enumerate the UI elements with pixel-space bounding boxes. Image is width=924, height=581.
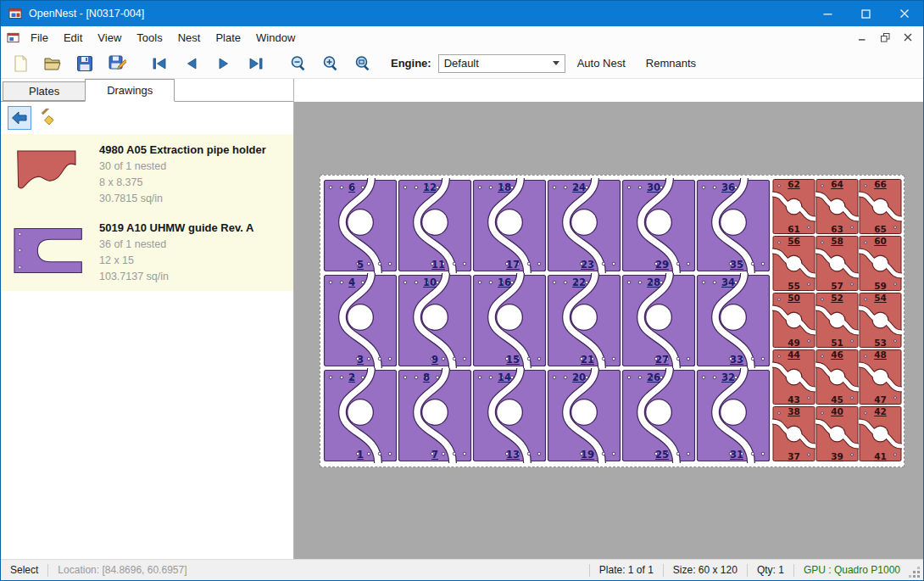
zoom-in-icon <box>321 54 340 73</box>
drawing-size: 8 x 8.375 <box>99 175 266 191</box>
nested-part-pair[interactable]: 28 27 <box>621 273 696 368</box>
new-file-button[interactable] <box>8 51 33 76</box>
nested-part-pair[interactable]: 4 3 <box>323 273 398 368</box>
part-number-bottom: 23 <box>581 259 594 271</box>
document-window-icon <box>7 31 19 44</box>
nested-part-pair[interactable]: 18 17 <box>472 178 547 273</box>
resize-grip[interactable] <box>910 560 923 581</box>
minimize-button[interactable] <box>809 1 847 26</box>
nested-part-pair[interactable]: 60 59 <box>859 235 902 292</box>
part-number-bottom: 53 <box>859 338 902 348</box>
save-button[interactable] <box>72 51 97 76</box>
nested-part-pair[interactable]: 40 39 <box>815 405 859 462</box>
first-plate-button[interactable] <box>147 51 172 76</box>
maximize-button[interactable] <box>847 1 885 26</box>
part-number-bottom: 61 <box>772 224 815 234</box>
part-number-bottom: 49 <box>772 338 815 348</box>
nested-part-pair[interactable]: 44 43 <box>772 349 815 405</box>
nested-part-pair[interactable]: 62 61 <box>772 178 815 235</box>
status-location: Location: [84.8696, 60.6957] <box>48 564 196 576</box>
menu-tools[interactable]: Tools <box>129 26 170 48</box>
nested-part-pair[interactable]: 2 1 <box>323 368 398 463</box>
nested-part-pair[interactable]: 64 63 <box>815 178 859 235</box>
previous-plate-button[interactable] <box>179 51 204 76</box>
engine-dropdown[interactable]: Default <box>438 54 565 73</box>
menu-view[interactable]: View <box>90 26 129 48</box>
zoom-in-button[interactable] <box>318 51 343 76</box>
part-number-top: 4 <box>348 277 355 288</box>
status-gpu: GPU : Quadro P1000 <box>794 564 910 576</box>
drawings-list: 4980 A05 Extraction pipe holder 30 of 1 … <box>1 134 293 291</box>
nested-part-pair[interactable]: 66 65 <box>859 178 902 235</box>
nested-part-pair[interactable]: 50 49 <box>772 292 815 349</box>
menu-edit[interactable]: Edit <box>56 26 90 48</box>
open-file-button[interactable] <box>40 51 65 76</box>
part-number-top: 30 <box>647 182 660 193</box>
mdi-minimize-button[interactable] <box>854 30 871 45</box>
nested-part-pair[interactable]: 22 21 <box>547 273 621 368</box>
tab-plates[interactable]: Plates <box>3 81 86 101</box>
main-toolbar: Engine: Default Auto Nest Remnants <box>1 48 923 79</box>
titlebar[interactable]: OpenNest - [N0317-004] <box>1 1 923 26</box>
chevron-down-icon <box>553 61 559 65</box>
nested-part-pair[interactable]: 24 23 <box>547 178 621 273</box>
nested-part-pair[interactable]: 52 51 <box>815 292 859 349</box>
auto-nest-button[interactable]: Auto Nest <box>569 53 634 75</box>
menubar: File Edit View Tools Nest Plate Window <box>1 26 923 48</box>
nested-part-pair[interactable]: 48 47 <box>859 349 902 405</box>
nested-part-pair[interactable]: 36 35 <box>696 178 771 273</box>
purple-grid: 6 5 12 11 18 17 <box>323 178 771 464</box>
nest-canvas[interactable]: 6 5 12 11 18 17 <box>294 102 923 559</box>
next-plate-button[interactable] <box>211 51 237 76</box>
menu-plate[interactable]: Plate <box>208 26 248 48</box>
nested-part-pair[interactable]: 56 55 <box>772 235 815 292</box>
part-number-top: 24 <box>572 182 586 193</box>
nested-part-pair[interactable]: 38 37 <box>772 405 815 462</box>
nested-part-pair[interactable]: 14 13 <box>472 368 547 463</box>
nested-part-pair[interactable]: 58 57 <box>815 235 859 292</box>
close-button[interactable] <box>885 1 923 26</box>
menu-window[interactable]: Window <box>248 26 303 48</box>
nested-part-pair[interactable]: 34 33 <box>696 273 771 368</box>
red-grid: 62 61 64 63 66 65 <box>772 178 902 464</box>
nested-part-pair[interactable]: 42 41 <box>859 405 902 462</box>
save-as-button[interactable] <box>104 51 130 76</box>
mdi-restore-button[interactable] <box>877 30 893 45</box>
zoom-out-button[interactable] <box>286 51 311 76</box>
zoom-fit-icon <box>353 54 372 73</box>
last-plate-button[interactable] <box>243 51 269 76</box>
list-item[interactable]: 5019 A10 UHMW guide Rev. A 36 of 1 neste… <box>1 212 293 290</box>
menu-nest[interactable]: Nest <box>170 26 209 48</box>
nested-part-pair[interactable]: 8 7 <box>398 368 472 463</box>
list-item[interactable]: 4980 A05 Extraction pipe holder 30 of 1 … <box>1 134 293 212</box>
assign-back-button[interactable] <box>8 106 31 130</box>
part-number-bottom: 35 <box>730 259 743 271</box>
part-number-top: 60 <box>859 236 902 246</box>
part-number-top: 18 <box>498 182 511 193</box>
part-number-top: 8 <box>423 372 430 383</box>
nested-part-pair[interactable]: 26 25 <box>621 368 696 463</box>
part-number-top: 22 <box>572 277 586 288</box>
part-number-bottom: 25 <box>655 449 669 461</box>
nested-part-pair[interactable]: 10 9 <box>398 273 472 368</box>
nested-part-pair[interactable]: 20 19 <box>547 368 621 463</box>
drawing-size: 12 x 15 <box>99 253 253 269</box>
tab-drawings[interactable]: Drawings <box>85 79 175 102</box>
nested-part-pair[interactable]: 12 11 <box>398 178 472 273</box>
part-number-bottom: 15 <box>506 354 520 366</box>
remnants-button[interactable]: Remnants <box>637 53 704 75</box>
clear-button[interactable] <box>38 106 62 130</box>
nested-part-pair[interactable]: 6 5 <box>323 178 398 273</box>
first-arrow-icon <box>150 54 169 73</box>
menu-file[interactable]: File <box>23 26 56 48</box>
mdi-close-button[interactable] <box>899 30 916 45</box>
zoom-fit-button[interactable] <box>350 51 376 76</box>
plate[interactable]: 6 5 12 11 18 17 <box>320 175 905 467</box>
nested-part-pair[interactable]: 16 15 <box>472 273 547 368</box>
nested-part-pair[interactable]: 30 29 <box>621 178 696 273</box>
part-number-top: 44 <box>772 349 815 360</box>
engine-label: Engine: <box>391 57 431 70</box>
nested-part-pair[interactable]: 46 45 <box>815 349 859 405</box>
nested-part-pair[interactable]: 54 53 <box>859 292 902 349</box>
nested-part-pair[interactable]: 32 31 <box>696 368 771 463</box>
